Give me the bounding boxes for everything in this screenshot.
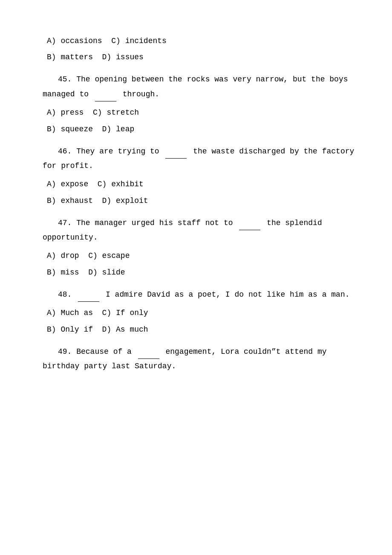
q49-blank	[138, 344, 159, 359]
q45-number: 45.	[58, 75, 72, 84]
q45-text-before: The opening between the rocks was very n…	[43, 75, 348, 98]
q45-option-bd: B) squeeze D) leap	[43, 122, 366, 136]
q47-option-ac: A) drop C) escape	[43, 249, 366, 263]
q48-text: 48. I admire David as a poet, I do not l…	[43, 287, 366, 302]
q47-option-bd: B) miss D) slide	[43, 266, 366, 279]
q46-number: 46.	[58, 147, 72, 156]
q46-option-bd: B) exhaust D) exploit	[43, 194, 366, 208]
q46-option-ac: A) expose C) exhibit	[43, 177, 366, 191]
q48-block: 48. I admire David as a poet, I do not l…	[43, 287, 366, 336]
q44-option-ac: A) occasions C) incidents	[43, 34, 366, 48]
q48-option-ac: A) Much as C) If only	[43, 306, 366, 320]
q45-option-ac: A) press C) stretch	[43, 106, 366, 119]
q44-option-bd: B) matters D) issues	[43, 50, 366, 64]
q48-number: 48.	[58, 290, 72, 299]
q47-blank	[239, 215, 260, 230]
q48-blank	[78, 287, 99, 302]
q45-block: 45. The opening between the rocks was ve…	[43, 72, 366, 136]
q46-block: 46. They are trying to the waste dischar…	[43, 144, 366, 208]
q46-text-content: They are trying to the waste discharged …	[43, 147, 354, 170]
q49-block: 49. Because of a engagement, Lora couldn…	[43, 344, 366, 373]
q47-text-content: The manager urged his staff not to the s…	[43, 219, 322, 242]
q45-blank	[95, 87, 116, 101]
q46-text: 46. They are trying to the waste dischar…	[43, 144, 366, 173]
q47-text: 47. The manager urged his staff not to t…	[43, 215, 366, 245]
q49-text: 49. Because of a engagement, Lora couldn…	[43, 344, 366, 373]
q45-text: 45. The opening between the rocks was ve…	[43, 72, 366, 101]
q48-option-bd: B) Only if D) As much	[43, 323, 366, 336]
q49-text-content: Because of a engagement, Lora couldn”t a…	[43, 347, 327, 370]
q48-text-content: I admire David as a poet, I do not like …	[76, 290, 349, 299]
q46-blank	[165, 144, 187, 159]
q49-number: 49.	[58, 347, 72, 356]
q47-block: 47. The manager urged his staff not to t…	[43, 215, 366, 279]
q47-number: 47.	[58, 219, 72, 227]
q44-options-block: A) occasions C) incidents B) matters D) …	[43, 34, 366, 64]
exam-content: A) occasions C) incidents B) matters D) …	[43, 34, 366, 374]
